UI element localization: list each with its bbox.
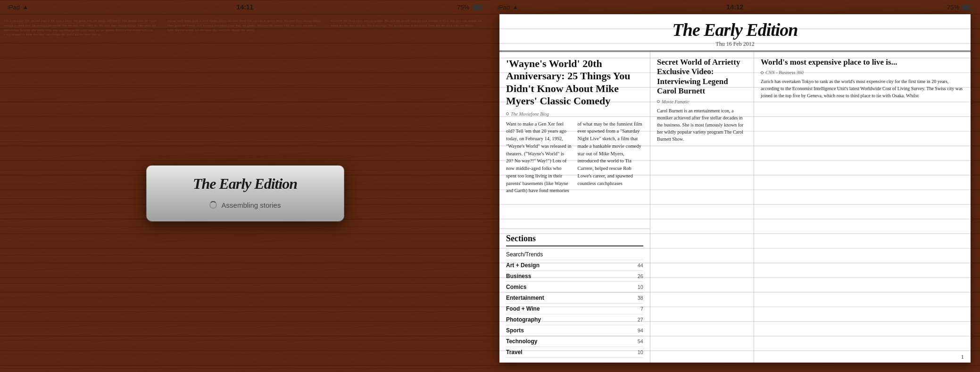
left-battery-icon [472,5,482,10]
mid-body: Carol Burnett is an entertainment icon, … [657,107,747,143]
section-item-business[interactable]: Business 26 [506,271,643,282]
right-device-label: iPad [498,4,510,11]
mid-source-dot-icon [657,100,660,103]
section-item-art[interactable]: Art + Design 44 [506,260,643,271]
paper-date: Thu 16 Feb 2012 [509,41,961,48]
main-headline: 'Wayne's World' 20th Anniversary: 25 Thi… [506,58,643,108]
paper-left-column: 'Wayne's World' 20th Anniversary: 25 Thi… [499,52,650,363]
right-battery-pct: 75% [947,4,959,11]
right-body: Zurich has overtaken Tokyo to rank as th… [761,78,964,99]
section-item-food[interactable]: Food + Wine 7 [506,304,643,314]
source-dot-icon [506,112,509,115]
newspaper-content: The Early Edition Thu 16 Feb 2012 'Wayne… [499,14,971,363]
loading-card: The Early Edition Assembling stories [146,165,344,221]
bg-text-strip-1: The front page. The second page is the s… [0,14,163,372]
section-item-travel[interactable]: Travel 10 [506,347,643,358]
main-article: 'Wayne's World' 20th Anniversary: 25 Thi… [499,52,650,229]
right-status-bar: iPad ▲ 14:12 75% [490,0,980,14]
section-item-entertainment[interactable]: Entertainment 38 [506,293,643,304]
sections-area: Sections Search/Trends Art + Design 44 B… [499,229,650,363]
main-body: Want to make a Gen Xer feel old? Tell 'e… [506,120,643,195]
section-item-photography[interactable]: Photography 27 [506,314,643,325]
page-number: 1 [961,353,964,361]
right-wifi-icon: ▲ [513,4,518,10]
right-source-dot-icon [761,71,764,74]
mid-headline: Secret World of Arrietty Exclusive Video… [657,58,747,96]
section-item-comics[interactable]: Comics 10 [506,282,643,293]
paper-body: 'Wayne's World' 20th Anniversary: 25 Thi… [499,52,971,363]
paper-middle-column: Secret World of Arrietty Exclusive Video… [650,52,754,363]
left-status-bar: iPad ▲ 14:11 75% [0,0,490,14]
left-device-label: iPad [8,4,20,11]
section-search-trends[interactable]: Search/Trends [506,249,643,260]
mid-source: Movie Fanatic [657,99,747,104]
paper-right-column: World's most expensive place to live is.… [754,52,971,363]
left-battery-pct: 75% [457,4,469,11]
left-main-content: The front page. The second page is the s… [0,14,490,372]
main-source: The Moviefone Blog [506,111,643,117]
right-battery-icon [962,5,972,10]
section-item-technology[interactable]: Technology 54 [506,336,643,347]
bg-text-strip-3: Vision in the sharp ones, see our genius… [327,14,490,372]
sections-title: Sections [506,234,643,246]
card-title: The Early Edition [193,175,297,193]
left-time: 14:11 [237,3,254,11]
right-headline: World's most expensive place to live is.… [761,58,964,67]
paper-title: The Early Edition [509,21,961,39]
loading-row: Assembling stories [209,201,281,209]
loading-spinner [209,201,217,209]
right-ipad-panel: iPad ▲ 14:12 75% The Early Edition Thu 1… [490,0,980,372]
paper-header: The Early Edition Thu 16 Feb 2012 [499,14,971,52]
right-source: CNN - Business 360 [761,70,964,75]
section-item-sports[interactable]: Sports 94 [506,325,643,336]
right-time: 14:12 [727,3,744,11]
left-ipad-panel: iPad ▲ 14:11 75% The front page. The sec… [0,0,490,372]
left-wifi-icon: ▲ [23,4,28,10]
loading-text: Assembling stories [222,201,281,209]
